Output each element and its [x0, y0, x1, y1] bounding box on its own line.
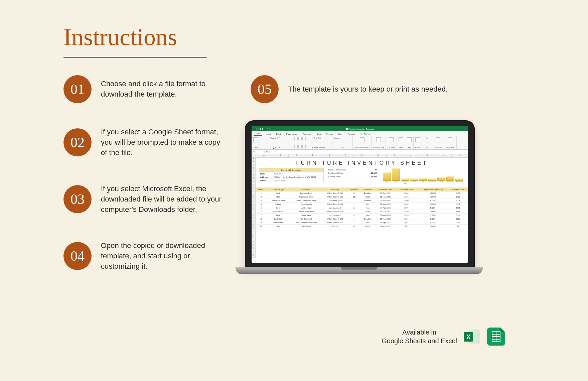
- fill-icon[interactable]: ▾: [424, 142, 430, 144]
- merge-center[interactable]: ⊞ Merge & Center: [312, 146, 330, 148]
- laptop-body: 📄 Furniture Inventory Template Home Inse…: [245, 120, 475, 269]
- autosum-icon[interactable]: Σ: [424, 137, 430, 139]
- table-cell: $500: [396, 192, 417, 195]
- italic-button[interactable]: I: [272, 146, 272, 148]
- table-column-header: Item ID: [256, 187, 267, 192]
- table-cell: Sofa: [267, 206, 290, 210]
- table-cell: Bookshelf: [267, 217, 290, 221]
- tab-view[interactable]: View: [337, 132, 344, 136]
- table-cell: Excellent: [360, 199, 375, 203]
- table-cell: $283: [449, 217, 468, 221]
- format-cells-icon[interactable]: [415, 137, 420, 142]
- table-row: 5SofaLeather SofaLounge Area C2New30-Apr…: [256, 206, 468, 210]
- table-cell: 15.00%: [417, 195, 449, 199]
- chart-xlabel: Workstation: [428, 181, 436, 184]
- table-cell: 4: [347, 217, 360, 221]
- align-left-icon[interactable]: [294, 145, 298, 148]
- step-1-text: Choose and click a file format to downlo…: [101, 79, 228, 100]
- align-right-icon[interactable]: [302, 145, 306, 148]
- table-cell: $800: [396, 199, 417, 203]
- row-headers: 1234567891011121314151617181920212223242…: [252, 157, 256, 258]
- ribbon-align-group: [290, 136, 310, 149]
- tab-home[interactable]: Home: [254, 132, 262, 136]
- find-icon[interactable]: [448, 137, 452, 142]
- fill-color-button[interactable]: ◢: [277, 146, 278, 148]
- name-box[interactable]: A1: [252, 151, 265, 153]
- align-bot-icon[interactable]: [302, 137, 306, 140]
- tab-page-layout[interactable]: Page Layout: [285, 132, 299, 136]
- table-cell: Whiteboard: [267, 221, 290, 225]
- table-cell: Conference Table: [267, 199, 290, 203]
- table-cell: Excellent: [360, 192, 375, 195]
- table-cell: $120: [396, 214, 417, 217]
- tab-formulas[interactable]: Formulas: [301, 132, 312, 136]
- chart-bar: [419, 178, 427, 181]
- cell-styles-icon[interactable]: [389, 137, 394, 142]
- inventory-bar-chart: DeskChairConference TableCabinetSofaWork…: [382, 168, 465, 184]
- wrap-text[interactable]: ↩ Wrap Text: [312, 137, 330, 139]
- table-cell: 13: [347, 195, 360, 199]
- tell-me[interactable]: 💡 Tell me: [358, 132, 373, 136]
- tab-acrobat[interactable]: Acrobat: [346, 132, 356, 136]
- table-row: 3Conference TableRound Conference TableC…: [256, 199, 468, 203]
- step-2: 02 If you select a Google Sheet format, …: [63, 127, 228, 158]
- laptop-notch: [341, 267, 378, 270]
- comma-icon[interactable]: ,: [344, 146, 344, 148]
- font-color-a[interactable]: A: [279, 137, 280, 139]
- table-row: 9WhiteboardWall-Mounted WhiteboardOffice…: [256, 221, 468, 225]
- font-name[interactable]: Poppins: [270, 137, 276, 139]
- find-label: Find & Select: [446, 147, 455, 148]
- align-top-icon[interactable]: [294, 137, 298, 140]
- paste-icon[interactable]: [253, 137, 258, 142]
- number-format[interactable]: General: [334, 137, 351, 139]
- table-cell: Office Room A-101: [323, 192, 347, 195]
- tab-insert[interactable]: Insert: [265, 132, 272, 136]
- autosave-icon: [253, 128, 255, 130]
- table-cell: Cubicle Workstation: [290, 210, 323, 214]
- worksheet-grid[interactable]: ABCDEFGHIJKLM 12345678910111213141516171…: [252, 154, 468, 263]
- clear-icon[interactable]: ◇: [424, 146, 430, 148]
- table-cell: 9: [256, 221, 267, 225]
- table-cell: 10: [256, 225, 267, 228]
- table-row: 4CabinetFiling CabinetOffice Room A-1021…: [256, 203, 468, 206]
- font-color-button[interactable]: A: [279, 146, 280, 148]
- table-cell: 1: [347, 199, 360, 203]
- table-cell: 10.00%: [417, 192, 449, 195]
- conditional-fmt-icon[interactable]: [360, 137, 364, 142]
- delete-cells-icon[interactable]: [407, 137, 412, 142]
- percent-icon[interactable]: %: [342, 146, 343, 148]
- tab-data[interactable]: Data: [315, 132, 322, 136]
- ribbon-cell-styles-group: Cell Styles: [386, 136, 397, 149]
- step-4-number: 04: [63, 242, 92, 270]
- chart-xlabel: Cabinet: [410, 181, 418, 184]
- underline-button[interactable]: U: [273, 146, 274, 148]
- align-mid-icon[interactable]: [298, 137, 302, 140]
- ribbon-number-group: General $%,: [332, 136, 353, 149]
- table-cell: Lounge Area C: [323, 206, 347, 210]
- bold-button[interactable]: B: [270, 146, 271, 148]
- table-cell: Round Conference Table: [290, 199, 323, 203]
- format-table-icon[interactable]: [376, 137, 381, 142]
- table-cell: Conference Rm B: [323, 199, 347, 203]
- tab-draw[interactable]: Draw: [275, 132, 282, 136]
- insert-cells-icon[interactable]: [399, 137, 403, 142]
- table-cell: $700: [396, 206, 417, 210]
- sheet-content: FURNITURE INVENTORY SHEET Personal Infor…: [256, 157, 468, 228]
- ribbon-font-group: Poppins 10 A B I U ▦ ◢ A: [260, 136, 290, 149]
- chart-bar: [437, 177, 445, 181]
- sort-filter-icon[interactable]: [436, 137, 440, 142]
- table-column-header: Current Value: [449, 187, 468, 192]
- table-column-header: Depreciation (per year): [417, 187, 449, 192]
- align-center-icon[interactable]: [298, 145, 302, 148]
- table-cell: 10.00%: [417, 225, 449, 228]
- font-size[interactable]: 10: [277, 137, 279, 139]
- price-value: $3,090: [371, 172, 377, 174]
- border-button[interactable]: ▦: [275, 146, 276, 148]
- fx-icon[interactable]: fx: [265, 151, 270, 153]
- table-cell: New: [360, 206, 375, 210]
- currency-icon[interactable]: $: [340, 146, 341, 148]
- table-column-header: Furniture Type: [267, 187, 290, 192]
- table-cell: 05-Feb-2022: [375, 195, 396, 199]
- table-cell: Office Room A-102: [323, 203, 347, 206]
- tab-review[interactable]: Review: [325, 132, 334, 136]
